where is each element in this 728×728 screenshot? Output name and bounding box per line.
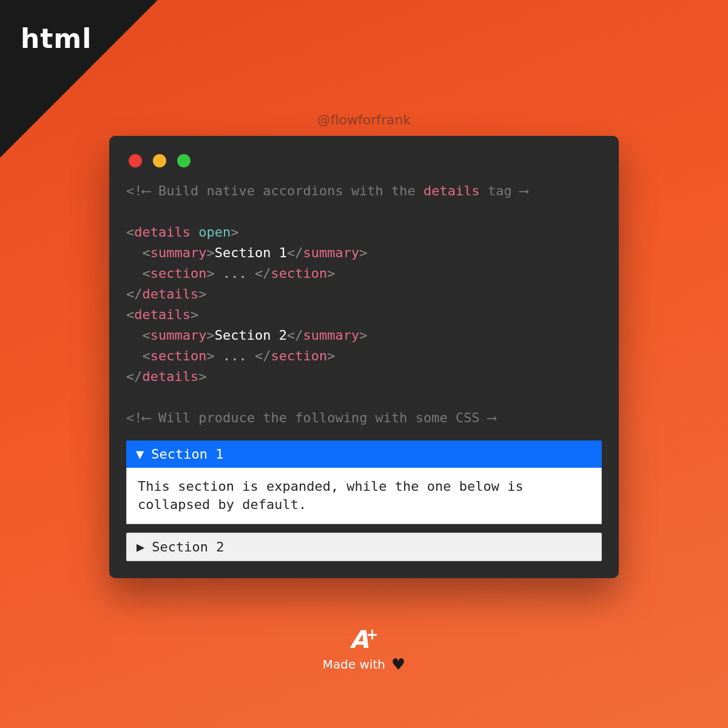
code-block: <!⟵ Build native accordions with the det… <box>126 181 602 428</box>
brand-label: html <box>21 23 92 54</box>
accordion-item-2-title: Section 2 <box>152 539 224 554</box>
chevron-down-icon: ▼ <box>136 447 144 462</box>
traffic-lights <box>126 150 602 181</box>
author-handle: @flowforfrank <box>0 112 728 127</box>
close-icon <box>129 154 142 167</box>
minimize-icon <box>153 154 166 167</box>
code-window: <!⟵ Build native accordions with the det… <box>109 136 619 578</box>
accordion-item-2-header[interactable]: ▶ Section 2 <box>126 533 602 561</box>
footer: A+ Made with ♥ <box>0 627 728 673</box>
accordion-item-1-header[interactable]: ▼ Section 1 <box>126 440 602 468</box>
accordion-item-1-title: Section 1 <box>151 447 223 462</box>
chevron-right-icon: ▶ <box>136 539 144 554</box>
heart-icon: ♥ <box>391 655 405 673</box>
made-with-line: Made with ♥ <box>0 655 728 673</box>
maximize-icon <box>177 154 190 167</box>
footer-logo: A+ <box>0 627 728 652</box>
accordion-preview: ▼ Section 1 This section is expanded, wh… <box>126 440 602 561</box>
canvas: html @flowforfrank <!⟵ Build native acco… <box>0 0 728 728</box>
accordion-item-1-body: This section is expanded, while the one … <box>126 468 602 524</box>
